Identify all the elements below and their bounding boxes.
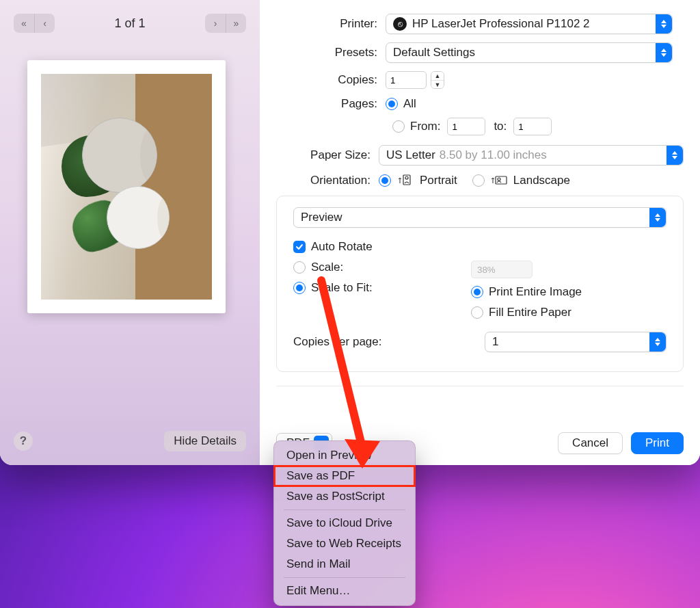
pages-from-input[interactable] [447, 118, 485, 135]
options-tab-select[interactable]: Preview [293, 207, 667, 228]
nav-back-group: « ‹ [14, 14, 55, 33]
menu-item-save-to-icloud[interactable]: Save to iCloud Drive [274, 513, 415, 533]
paper-size-value: US Letter [386, 148, 435, 162]
menu-item-save-as-postscript[interactable]: Save as PostScript [274, 486, 415, 507]
paper-size-select[interactable]: US Letter 8.50 by 11.00 inches [379, 145, 684, 166]
portrait-icon [398, 174, 416, 187]
nav-last-button[interactable]: » [226, 14, 246, 33]
fill-entire-paper-radio[interactable] [471, 306, 483, 319]
separator [276, 386, 684, 386]
svg-point-3 [498, 178, 500, 181]
svg-rect-2 [496, 176, 507, 184]
print-dialog: « ‹ 1 of 1 › » ? Hide Details [0, 0, 700, 465]
scale-to-fit-label: Scale to Fit: [311, 281, 373, 295]
print-preview-thumbnail [27, 60, 226, 313]
pages-from-label: From: [410, 120, 440, 133]
menu-item-save-as-pdf[interactable]: Save as PDF [274, 466, 415, 486]
fill-entire-paper-label: Fill Entire Paper [489, 306, 571, 319]
scale-percent-input [471, 261, 533, 278]
scale-label: Scale: [311, 261, 343, 274]
copies-stepper[interactable]: ▲▼ [431, 71, 444, 89]
pages-all-label: All [403, 97, 416, 111]
chevron-updown-icon [649, 208, 666, 227]
menu-separator [284, 577, 405, 578]
copies-per-page-value: 1 [492, 335, 498, 349]
chevron-updown-icon [656, 14, 672, 34]
pages-to-label: to: [494, 120, 507, 133]
printer-value: HP LaserJet Professional P1102 2 [412, 17, 590, 31]
orientation-portrait-radio[interactable] [379, 174, 391, 187]
printer-select[interactable]: ⎋ HP LaserJet Professional P1102 2 [386, 14, 673, 34]
scale-to-fit-radio[interactable] [293, 282, 306, 294]
chevron-updown-icon [656, 43, 672, 62]
help-button[interactable]: ? [14, 432, 33, 451]
preview-pane: « ‹ 1 of 1 › » ? Hide Details [0, 0, 260, 465]
menu-separator [284, 510, 405, 510]
print-entire-image-label: Print Entire Image [489, 285, 582, 299]
chevron-updown-icon [667, 146, 683, 165]
nav-first-button[interactable]: « [14, 14, 34, 33]
paper-size-label: Paper Size: [276, 148, 379, 162]
presets-value: Default Settings [393, 46, 475, 60]
hide-details-button[interactable]: Hide Details [164, 431, 246, 451]
auto-rotate-checkbox[interactable] [293, 241, 306, 253]
pages-label: Pages: [276, 97, 386, 111]
pages-range-radio[interactable] [392, 120, 405, 133]
presets-select[interactable]: Default Settings [386, 42, 673, 63]
app-options-box: Preview Auto Rotate Scale: [276, 196, 684, 372]
scale-radio[interactable] [293, 261, 306, 274]
orientation-landscape-label: Landscape [513, 174, 570, 187]
print-button[interactable]: Print [631, 432, 684, 454]
nav-forward-group: › » [205, 14, 246, 33]
menu-item-save-to-web-receipts[interactable]: Save to Web Receipts [274, 533, 415, 554]
orientation-landscape-radio[interactable] [472, 174, 485, 187]
nav-next-button[interactable]: › [205, 14, 226, 33]
printer-status-icon: ⎋ [393, 17, 407, 31]
paper-size-note: 8.50 by 11.00 inches [440, 148, 547, 162]
copies-input[interactable] [386, 71, 427, 89]
menu-item-send-in-mail[interactable]: Send in Mail [274, 554, 415, 574]
thumbnail-image [41, 74, 212, 300]
preview-nav: « ‹ 1 of 1 › » [14, 11, 246, 36]
chevron-updown-icon [649, 332, 666, 352]
menu-item-open-in-preview[interactable]: Open in Preview [274, 445, 415, 466]
print-settings-pane: Printer: ⎋ HP LaserJet Professional P110… [260, 0, 700, 465]
pages-all-radio[interactable] [386, 98, 398, 110]
copies-label: Copies: [276, 73, 386, 87]
presets-label: Presets: [276, 46, 386, 60]
landscape-icon [492, 174, 509, 187]
pages-to-input[interactable] [513, 118, 552, 135]
page-indicator: 1 of 1 [114, 16, 145, 31]
copies-per-page-label: Copies per page: [293, 335, 485, 349]
left-footer: ? Hide Details [14, 431, 246, 451]
orientation-portrait-label: Portrait [420, 174, 457, 187]
cancel-button[interactable]: Cancel [558, 432, 623, 454]
orientation-label: Orientation: [276, 174, 379, 187]
svg-point-1 [405, 176, 408, 179]
nav-prev-button[interactable]: ‹ [34, 14, 55, 33]
auto-rotate-label: Auto Rotate [311, 240, 373, 254]
pdf-dropdown-menu: Open in Preview Save as PDF Save as Post… [273, 440, 416, 606]
menu-item-edit-menu[interactable]: Edit Menu… [274, 581, 415, 601]
options-tab-value: Preview [301, 211, 342, 224]
print-entire-image-radio[interactable] [471, 286, 483, 298]
printer-label: Printer: [276, 17, 386, 31]
copies-per-page-select[interactable]: 1 [485, 332, 667, 352]
